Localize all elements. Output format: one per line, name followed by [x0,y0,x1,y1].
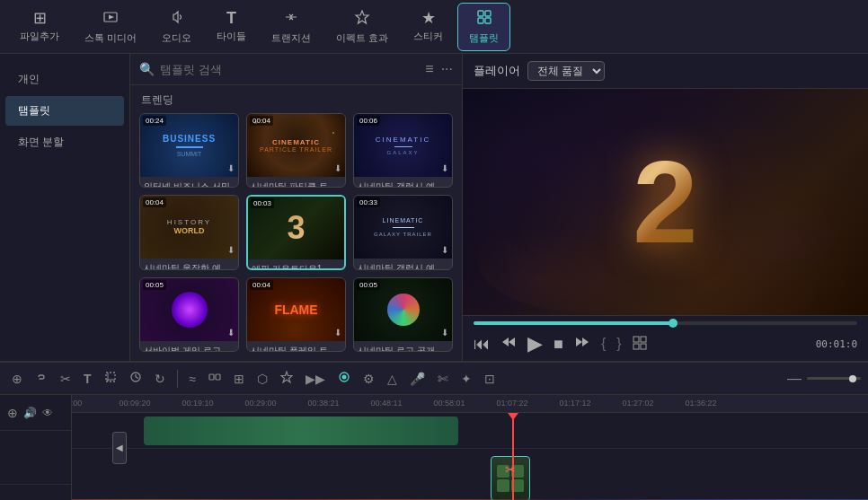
left-panel-personal[interactable]: 개인 [5,65,124,94]
track-eye-btn[interactable]: 👁 [42,407,53,419]
dl-icon-game: ⬇ [227,328,235,338]
display-settings-button[interactable] [633,336,647,353]
template-card-countdown[interactable]: 3 00:03 에픽 카운트다운1 [246,195,346,271]
tl-record-btn[interactable] [333,368,355,389]
toolbar-effects[interactable]: 이펙트 효과 [325,4,399,50]
ruler-time-7: 01:07:22 [496,399,527,408]
skip-back-button[interactable]: ⏮ [474,335,490,354]
toolbar-audio-label: 오디오 [162,31,191,45]
dl-icon-logo: ⬇ [441,328,448,338]
tl-link-btn[interactable] [31,368,52,389]
svg-rect-5 [478,18,483,23]
bracket-right[interactable]: } [616,336,621,352]
quality-select[interactable]: 전체 품질 [527,61,605,81]
tl-effects-btn[interactable]: ✦ [456,369,476,389]
thumb-galaxy: CINEMATIC GALAXY 00:06 ⬇ [354,114,452,177]
time-badge-linematic: 00:33 [357,197,380,207]
tl-detach-btn[interactable] [204,368,226,389]
file-add-icon: ⊞ [33,10,47,26]
skip-fwd-button[interactable] [574,334,590,355]
template-card-linematic[interactable]: LINEMATIC GALAXY TRAILER 00:33 ⬇ 시네마틱 갤럭… [353,195,453,271]
filter-icon[interactable]: ≡ [425,61,433,77]
toolbar-stock-media[interactable]: 스톡 미디어 [74,4,147,50]
time-badge-cinematic: 00:04 [250,116,273,126]
left-panel-screen-split[interactable]: 화면 분할 [5,127,124,157]
toolbar-stickers[interactable]: ★ 스티커 [403,4,454,48]
tl-triangle-btn[interactable]: △ [383,369,402,389]
dl-icon-world: ⬇ [227,245,235,255]
template-card-galaxy[interactable]: CINEMATIC GALAXY 00:06 ⬇ 시네마틱 갤럭시 예고... [353,113,453,188]
playhead: ✂ [512,413,514,500]
left-panel-templates[interactable]: 탬플릿 [5,96,124,126]
more-icon[interactable]: ··· [441,61,453,77]
timeline-ruler: 00:00 00:09:20 00:19:10 00:29:00 00:38:2… [72,395,868,413]
track-add-btn[interactable]: ⊕ [7,406,18,420]
card-name-logo: 시네마틱 로고 공개 [354,341,452,352]
svg-rect-13 [633,337,639,342]
template-card-world[interactable]: HISTORY WORLD 00:04 ⬇ 시네마틱 웅장한 예고... [139,195,239,271]
templates-icon [476,9,492,28]
svg-rect-6 [485,18,491,23]
timeline-main: ⊕ 🔊 👁 ◀ 00:00 00:09:20 00:19:10 00:29:00… [0,395,868,500]
svg-marker-2 [356,11,368,23]
play-button[interactable]: ▶ [527,332,543,355]
preview-label: 플레이어 [474,63,520,79]
toolbar-file-add[interactable]: ⊞ 파일추가 [9,4,70,48]
center-panel: 🔍 ≡ ··· 트렌딩 BUSINESS SUMMIT 00:24 [130,54,463,361]
ruler-time-6: 00:58:01 [433,399,465,408]
collapse-btn[interactable]: ◀ [112,432,127,464]
search-input[interactable] [160,63,420,76]
bracket-left[interactable]: { [601,336,606,352]
right-panel: 플레이어 전체 품질 2 [463,54,868,361]
card-name-linematic: 시네마틱 갤럭시 예고... [354,259,452,271]
audio-icon [169,9,185,28]
tl-wave-btn[interactable]: ≈ [185,369,201,389]
template-card-game[interactable]: 00:05 ⬇ 서바이벌 게임 로고 [139,277,239,352]
thumb-countdown: 3 00:03 [248,197,344,259]
left-panel: 개인 탬플릿 화면 분할 [0,54,130,361]
preview-header: 플레이어 전체 품질 [463,54,868,89]
template-card-flame[interactable]: FLAME 00:04 ⬇ 시네마틱 플레임 트레... [246,277,346,352]
tl-settings-btn[interactable]: ⚙ [359,369,379,389]
tl-minus-icon[interactable]: — [787,371,802,387]
template-card-cinematic[interactable]: CINEMATIC PARTICLE TRAILER 00:04 ⬇ 시네마틱 … [246,113,346,188]
toolbar-titles[interactable]: T 타이들 [206,4,257,48]
tl-rotate-btn[interactable]: ↻ [150,369,170,389]
toolbar-templates[interactable]: 탬플릿 [457,3,510,51]
tl-crop-btn[interactable] [100,368,121,389]
svg-rect-15 [633,344,639,349]
tl-add-btn[interactable]: ⊕ [7,369,27,389]
toolbar-effects-label: 이펙트 효과 [336,31,388,45]
tl-speed-btn[interactable] [125,368,146,389]
time-badge-logo: 00:05 [357,280,380,290]
tl-mic-btn[interactable]: 🎤 [405,369,430,389]
dl-icon-linematic: ⬇ [441,245,448,255]
toolbar-transitions[interactable]: 트랜지션 [261,4,322,50]
track-clip-main[interactable] [144,417,458,445]
template-card-business[interactable]: BUSINESS SUMMIT 00:24 ⬇ 인터넷 비즈니스 서밋 [139,113,239,188]
stock-media-icon [102,9,119,28]
tl-magic-btn[interactable] [276,368,297,389]
toolbar-transitions-label: 트랜지션 [271,31,311,45]
template-card-logo[interactable]: 00:05 ⬇ 시네마틱 로고 공개 [353,277,453,352]
ruler-time-1: 00:09:20 [119,399,150,408]
tl-zoom-track[interactable] [807,377,861,380]
tl-scissors2-btn[interactable]: ✄ [433,369,453,389]
ruler-time-8: 01:17:12 [559,399,590,408]
tl-fast-fwd-btn[interactable]: ▶▶ [301,369,330,389]
track-sound-btn[interactable]: 🔊 [23,407,37,419]
card-name-world: 시네마틱 웅장한 예고... [140,259,238,271]
toolbar-audio[interactable]: 오디오 [151,4,202,50]
rewind-button[interactable] [500,334,517,355]
tl-cut-btn[interactable]: ✂ [56,369,75,389]
tl-box-btn[interactable]: ⊡ [480,369,500,389]
progress-track[interactable] [474,321,857,325]
ruler-ticks: 00:00 00:09:20 00:19:10 00:29:00 00:38:2… [72,395,868,412]
stop-button[interactable]: ■ [554,335,563,354]
time-display: 00:01:0 [816,338,857,350]
card-name-flame: 시네마틱 플레임 트레... [247,341,345,352]
thumb-business: BUSINESS SUMMIT 00:24 ⬇ [140,114,238,177]
tl-grid-btn[interactable]: ⊞ [229,369,249,389]
tl-hex-btn[interactable]: ⬡ [252,369,272,389]
tl-text-btn[interactable]: T [79,369,96,389]
